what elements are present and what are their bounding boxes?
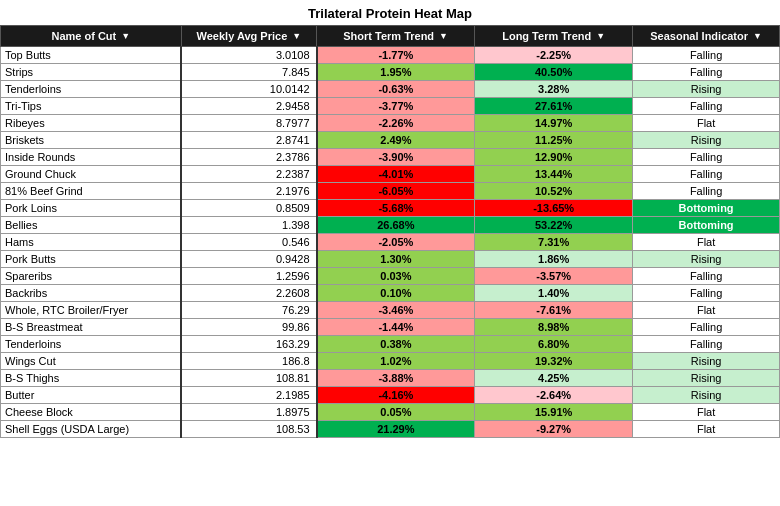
table-row: Whole, RTC Broiler/Fryer76.29-3.46%-7.61… bbox=[1, 302, 780, 319]
table-row: Ribeyes8.7977-2.26%14.97%Flat bbox=[1, 115, 780, 132]
cell-short-trend: -2.26% bbox=[317, 115, 475, 132]
cell-price: 1.398 bbox=[181, 217, 316, 234]
cell-price: 0.9428 bbox=[181, 251, 316, 268]
cell-name: Briskets bbox=[1, 132, 182, 149]
table-row: Wings Cut186.81.02%19.32%Rising bbox=[1, 353, 780, 370]
cell-price: 163.29 bbox=[181, 336, 316, 353]
table-row: Hams0.546-2.05%7.31%Flat bbox=[1, 234, 780, 251]
cell-seasonal: Falling bbox=[633, 183, 780, 200]
table-row: Pork Butts0.94281.30%1.86%Rising bbox=[1, 251, 780, 268]
sort-arrow-short: ▼ bbox=[439, 31, 448, 41]
cell-seasonal: Falling bbox=[633, 166, 780, 183]
cell-long-trend: -13.65% bbox=[475, 200, 633, 217]
cell-short-trend: -4.16% bbox=[317, 387, 475, 404]
cell-name: Shell Eggs (USDA Large) bbox=[1, 421, 182, 438]
cell-long-trend: 3.28% bbox=[475, 81, 633, 98]
cell-short-trend: -3.88% bbox=[317, 370, 475, 387]
cell-long-trend: 12.90% bbox=[475, 149, 633, 166]
cell-name: 81% Beef Grind bbox=[1, 183, 182, 200]
cell-seasonal: Falling bbox=[633, 285, 780, 302]
cell-seasonal: Falling bbox=[633, 64, 780, 81]
cell-name: Strips bbox=[1, 64, 182, 81]
cell-name: B-S Breastmeat bbox=[1, 319, 182, 336]
cell-seasonal: Falling bbox=[633, 149, 780, 166]
cell-price: 7.845 bbox=[181, 64, 316, 81]
cell-price: 2.2387 bbox=[181, 166, 316, 183]
cell-long-trend: -2.25% bbox=[475, 47, 633, 64]
cell-price: 0.546 bbox=[181, 234, 316, 251]
cell-short-trend: 2.49% bbox=[317, 132, 475, 149]
cell-seasonal: Rising bbox=[633, 353, 780, 370]
cell-long-trend: 4.25% bbox=[475, 370, 633, 387]
cell-price: 8.7977 bbox=[181, 115, 316, 132]
cell-short-trend: -5.68% bbox=[317, 200, 475, 217]
table-row: 81% Beef Grind2.1976-6.05%10.52%Falling bbox=[1, 183, 780, 200]
cell-short-trend: 1.30% bbox=[317, 251, 475, 268]
cell-name: Inside Rounds bbox=[1, 149, 182, 166]
table-row: Tri-Tips2.9458-3.77%27.61%Falling bbox=[1, 98, 780, 115]
cell-price: 2.1985 bbox=[181, 387, 316, 404]
cell-name: Ground Chuck bbox=[1, 166, 182, 183]
cell-seasonal: Flat bbox=[633, 302, 780, 319]
cell-long-trend: 27.61% bbox=[475, 98, 633, 115]
table-header-row: Name of Cut ▼ Weekly Avg Price ▼ Short T… bbox=[1, 26, 780, 47]
cell-seasonal: Rising bbox=[633, 251, 780, 268]
cell-name: Butter bbox=[1, 387, 182, 404]
cell-short-trend: -1.77% bbox=[317, 47, 475, 64]
cell-name: Whole, RTC Broiler/Fryer bbox=[1, 302, 182, 319]
cell-price: 2.9458 bbox=[181, 98, 316, 115]
table-row: Inside Rounds2.3786-3.90%12.90%Falling bbox=[1, 149, 780, 166]
page-title: Trilateral Protein Heat Map bbox=[0, 0, 780, 25]
table-row: Bellies1.39826.68%53.22%Bottoming bbox=[1, 217, 780, 234]
cell-seasonal: Rising bbox=[633, 132, 780, 149]
cell-short-trend: 0.38% bbox=[317, 336, 475, 353]
table-row: Tenderloins10.0142-0.63%3.28%Rising bbox=[1, 81, 780, 98]
cell-name: Hams bbox=[1, 234, 182, 251]
cell-name: Top Butts bbox=[1, 47, 182, 64]
cell-seasonal: Bottoming bbox=[633, 200, 780, 217]
col-header-price[interactable]: Weekly Avg Price ▼ bbox=[181, 26, 316, 47]
cell-short-trend: 21.29% bbox=[317, 421, 475, 438]
cell-short-trend: -3.46% bbox=[317, 302, 475, 319]
cell-short-trend: 26.68% bbox=[317, 217, 475, 234]
col-header-short[interactable]: Short Term Trend ▼ bbox=[317, 26, 475, 47]
table-row: Cheese Block1.89750.05%15.91%Flat bbox=[1, 404, 780, 421]
table-row: Strips7.8451.95%40.50%Falling bbox=[1, 64, 780, 81]
cell-long-trend: 6.80% bbox=[475, 336, 633, 353]
sort-arrow-price: ▼ bbox=[292, 31, 301, 41]
col-header-name[interactable]: Name of Cut ▼ bbox=[1, 26, 182, 47]
cell-short-trend: 0.10% bbox=[317, 285, 475, 302]
table-row: Ground Chuck2.2387-4.01%13.44%Falling bbox=[1, 166, 780, 183]
cell-long-trend: 53.22% bbox=[475, 217, 633, 234]
cell-price: 2.3786 bbox=[181, 149, 316, 166]
cell-name: Tenderloins bbox=[1, 336, 182, 353]
cell-long-trend: 1.86% bbox=[475, 251, 633, 268]
cell-name: Pork Butts bbox=[1, 251, 182, 268]
sort-arrow-seasonal: ▼ bbox=[753, 31, 762, 41]
cell-price: 3.0108 bbox=[181, 47, 316, 64]
col-header-seasonal[interactable]: Seasonal Indicator ▼ bbox=[633, 26, 780, 47]
cell-seasonal: Falling bbox=[633, 268, 780, 285]
cell-short-trend: -3.90% bbox=[317, 149, 475, 166]
col-header-long[interactable]: Long Term Trend ▼ bbox=[475, 26, 633, 47]
cell-long-trend: 40.50% bbox=[475, 64, 633, 81]
table-row: Spareribs1.25960.03%-3.57%Falling bbox=[1, 268, 780, 285]
cell-long-trend: -3.57% bbox=[475, 268, 633, 285]
cell-seasonal: Rising bbox=[633, 81, 780, 98]
cell-long-trend: -9.27% bbox=[475, 421, 633, 438]
cell-long-trend: 1.40% bbox=[475, 285, 633, 302]
cell-long-trend: 19.32% bbox=[475, 353, 633, 370]
cell-price: 2.1976 bbox=[181, 183, 316, 200]
cell-short-trend: -3.77% bbox=[317, 98, 475, 115]
cell-price: 76.29 bbox=[181, 302, 316, 319]
cell-seasonal: Flat bbox=[633, 115, 780, 132]
cell-name: Backribs bbox=[1, 285, 182, 302]
table-row: Tenderloins163.290.38%6.80%Falling bbox=[1, 336, 780, 353]
sort-arrow-name: ▼ bbox=[121, 31, 130, 41]
cell-short-trend: -6.05% bbox=[317, 183, 475, 200]
cell-long-trend: 11.25% bbox=[475, 132, 633, 149]
cell-long-trend: -2.64% bbox=[475, 387, 633, 404]
cell-price: 1.2596 bbox=[181, 268, 316, 285]
heat-map-table: Name of Cut ▼ Weekly Avg Price ▼ Short T… bbox=[0, 25, 780, 438]
cell-price: 2.2608 bbox=[181, 285, 316, 302]
